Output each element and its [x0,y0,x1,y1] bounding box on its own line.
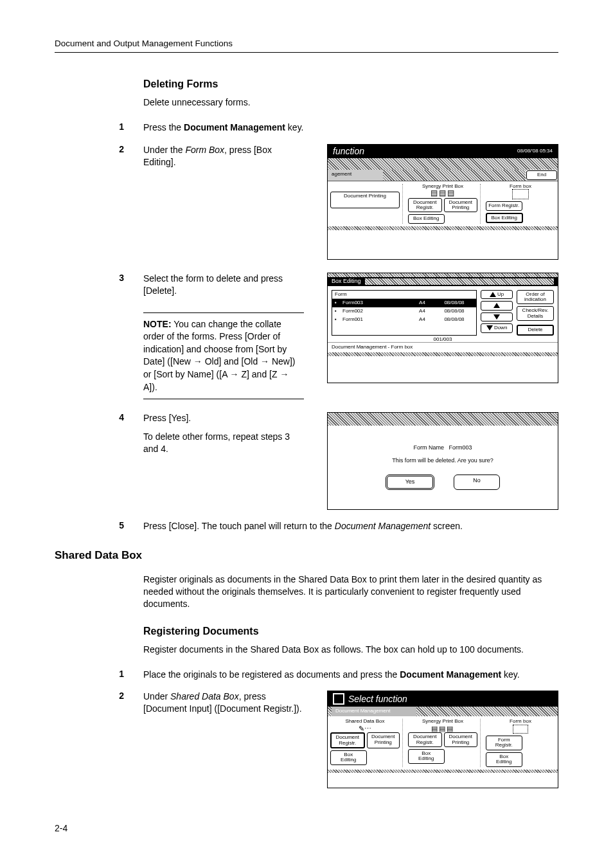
intro-deleting-forms: Delete unnecessary forms. [143,96,558,109]
doc-printing-button[interactable]: Document Printing [444,732,478,747]
text: Under [143,691,170,701]
note-body: You can change the collate order of the … [143,319,296,392]
step-text: Press the Document Management key. [143,122,558,134]
intro-registering-documents: Register documents in the Shared Data Bo… [143,644,558,656]
title: Select function [348,694,407,704]
text-italic: Shared Data Box [170,691,239,701]
doc-printing-button[interactable]: Document Printing [367,732,400,748]
box-editing-button[interactable]: Box Editing [408,749,445,764]
screen-function: function 08/08/'08 05:34 agement End Doc… [327,144,558,260]
form-icon [486,189,555,201]
step-text: Under Shared Data Box, press [Document I… [143,691,308,715]
tab-strip [328,158,558,170]
step-text: Press [Yes]. To delete other forms, repe… [143,412,304,455]
list-item[interactable]: ▪Form002A408/08/08 [332,307,476,316]
breadcrumb: Document Management - Form box [328,342,558,352]
step-number: 1 [55,122,143,132]
down-button[interactable]: Down [481,323,513,333]
text-italic: Document Management [335,521,431,531]
screen-select-function: Select function Document Management Shar… [327,691,558,788]
heading-deleting-forms: Deleting Forms [143,78,558,90]
doc-registr-button[interactable]: Document Registr. [330,732,365,748]
col-head: Shared Data Box [330,719,400,725]
doc-printing-button[interactable]: Document Printing [444,198,478,213]
doc-printing-button[interactable]: Document Printing [330,192,400,208]
box-editing-button[interactable]: Box Editing [330,750,367,765]
text-italic: Form Box [185,145,224,155]
tab-doc-management[interactable]: Document Management [332,707,416,716]
text: Press [Yes]. [143,412,304,424]
docs-icon: ▤▤▤ [408,725,477,732]
col-head: Synergy Print Box [408,719,477,725]
pen-icon: ✎⋯ [330,725,400,732]
yes-button[interactable]: Yes [386,475,434,490]
text-bold: Document Management [400,669,501,680]
doc-registr-button[interactable]: Document Registr. [408,198,442,213]
page-number: 2-4 [55,823,67,833]
title: function [333,147,364,156]
text: Select the form to delete and press [Del… [143,273,283,296]
counter: 001/003 [328,337,558,343]
text: key. [285,122,304,132]
box-editing-button[interactable]: Box Editing [408,214,445,223]
col-head: Form box [486,184,555,190]
docs-icon: ▤▤▤ [408,189,477,197]
text: Press [Close]. The touch panel will retu… [143,521,335,531]
step-number: 5 [55,520,143,530]
list-header: Form [332,291,476,300]
step-number: 4 [55,412,143,422]
titlebar: function 08/08/'08 05:34 [328,145,558,158]
end-button[interactable]: End [526,170,557,179]
note-block: NOTE: You can change the collate order o… [143,312,304,400]
check-details-button[interactable]: Check/Rev. Details [517,306,554,321]
list-item[interactable]: ▪Form003A408/08/08 [332,299,476,307]
scroll-down-button[interactable] [481,312,513,322]
scroll-up-button[interactable] [481,301,513,311]
timestamp: 08/08/'08 05:34 [517,149,553,154]
form-registr-button[interactable]: Form Registr. [486,736,522,750]
col-head: Form box [486,719,555,725]
title: Box Editing [332,278,361,285]
text-bold: Document Management [184,122,285,132]
screen-box-editing: Box Editing Form ▪Form003A408/08/08▪Form… [327,273,558,383]
form-icon [486,725,555,736]
up-button[interactable]: Up [481,290,513,300]
note-label: NOTE: [143,319,172,329]
step-number: 1 [55,669,143,679]
text: Place the originals to be registered as … [143,669,400,680]
screen-confirm-delete: Form Name Form003 This form will be dele… [327,412,558,510]
box-editing-button[interactable]: Box Editing [486,213,523,223]
tab-management[interactable]: agement [328,170,383,180]
step-text: Under the Form Box, press [Box Editing]. [143,144,304,168]
confirm-message: This form will be deleted. Are you sure? [328,458,558,464]
text: screen. [431,521,463,531]
delete-button[interactable]: Delete [517,325,554,335]
text: Press the [143,122,184,132]
step-text: Place the originals to be registered as … [143,669,558,681]
running-head: Document and Output Management Functions [55,39,558,53]
step-number: 2 [55,144,143,154]
heading-registering-documents: Registering Documents [143,626,558,637]
confirm-form-line: Form Name Form003 [328,445,558,451]
step-number: 3 [55,273,143,283]
box-editing-button[interactable]: Box Editing [486,752,522,767]
step-number: 2 [55,691,143,701]
step-text: Press [Close]. The touch panel will retu… [143,520,558,532]
intro-shared-data-box: Register originals as documents in the S… [143,574,558,610]
form-registr-button[interactable]: Form Registr. [486,201,522,210]
step-text: Select the form to delete and press [Del… [143,273,304,399]
app-icon [333,693,344,705]
text: Under the [143,145,185,155]
heading-shared-data-box: Shared Data Box [55,549,558,562]
order-button[interactable]: Order of indication [517,290,554,305]
doc-registr-button[interactable]: Document Registr. [408,732,442,747]
list-item[interactable]: ▪Form001A408/08/08 [332,316,476,324]
text: To delete other forms, repeat steps 3 an… [143,431,304,455]
text: key. [501,669,520,680]
no-button[interactable]: No [454,475,500,490]
titlebar: Select function [328,691,558,707]
